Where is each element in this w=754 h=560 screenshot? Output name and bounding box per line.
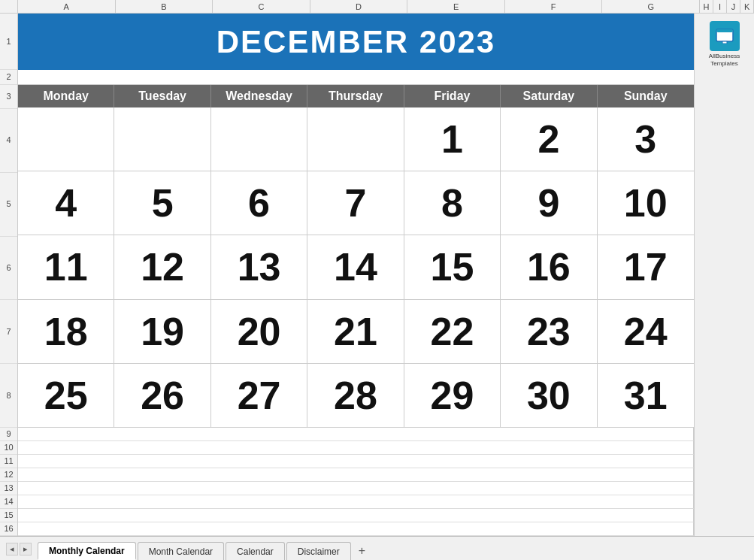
day-headers-row: Monday Tuesday Wednesday Thursday Friday… [18,85,694,107]
row-11: 11 [0,455,17,468]
cell-dec-20: 20 [211,300,307,364]
cell-dec-7: 7 [307,171,404,235]
cell-dec-23: 23 [501,300,597,364]
col-h: H [700,0,713,13]
cell-dec-8: 8 [404,171,501,235]
cell-dec-3: 3 [598,107,694,171]
row-9: 9 [0,428,17,441]
cell-w1-4 [307,107,404,171]
col-e: E [407,0,505,13]
row-1: 1 [0,14,17,70]
sheet-tabs: Monthly Calendar Month Calendar Calendar… [38,542,371,560]
cell-w1-2 [114,107,210,171]
col-f: F [505,0,603,13]
extra-row-9 [18,441,694,455]
corner-spacer [0,0,18,13]
row-15: 15 [0,509,17,522]
day-tuesday: Tuesday [114,85,210,107]
col-j: J [727,0,740,13]
svg-rect-3 [719,44,730,45]
cell-dec-22: 22 [404,300,501,364]
calendar-grid: 1 2 3 4 5 6 7 8 9 10 11 12 13 14 15 16 1… [18,107,694,428]
svg-rect-2 [722,41,727,44]
tab-bar: ◂ ▸ Monthly Calendar Month Calendar Cale… [0,536,754,560]
day-friday: Friday [404,85,501,107]
day-wednesday: Wednesday [211,85,307,107]
logo-text: AllBusiness Templates [709,53,740,68]
day-thursday: Thursday [307,85,404,107]
cell-dec-17: 17 [598,235,694,299]
cell-dec-18: 18 [18,300,114,364]
cell-dec-13: 13 [211,235,307,299]
extra-row-13 [18,495,694,509]
cell-w1-3 [211,107,307,171]
cell-dec-31: 31 [598,364,694,428]
extra-row-14 [18,509,694,522]
cell-dec-15: 15 [404,235,501,299]
row-5: 5 [0,173,17,237]
cell-dec-27: 27 [211,364,307,428]
tab-calendar[interactable]: Calendar [226,542,285,560]
cell-dec-10: 10 [598,171,694,235]
row-3: 3 [0,85,17,109]
row-12: 12 [0,468,17,482]
cell-dec-21: 21 [307,300,404,364]
cell-dec-9: 9 [501,171,597,235]
tab-nav-arrows[interactable]: ◂ ▸ [6,543,32,555]
cell-dec-4: 4 [18,171,114,235]
day-saturday: Saturday [501,85,597,107]
col-d: D [310,0,408,13]
cell-dec-6: 6 [211,171,307,235]
col-b: B [116,0,213,13]
tab-disclaimer[interactable]: Disclaimer [286,542,351,560]
row-7: 7 [0,300,17,364]
cell-dec-30: 30 [501,364,597,428]
cell-dec-26: 26 [114,364,210,428]
tab-month-calendar[interactable]: Month Calendar [138,542,224,560]
spreadsheet-content: DECEMBER 2023 Monday Tuesday Wednesday T… [18,14,694,536]
row-4: 4 [0,109,17,173]
svg-rect-1 [716,29,733,32]
column-headers: A B C D E F G H I J K [0,0,754,14]
extra-row-11 [18,468,694,482]
row-2: 2 [0,70,17,85]
next-tab-arrow[interactable]: ▸ [20,543,32,555]
calendar-title: DECEMBER 2023 [217,24,495,60]
row-numbers: 1 2 3 4 5 6 7 8 9 10 11 12 13 14 15 16 [0,14,18,536]
row-8: 8 [0,364,17,428]
row-13: 13 [0,482,17,495]
logo-area: AllBusiness Templates [694,14,754,536]
cell-dec-1: 1 [404,107,501,171]
cell-dec-24: 24 [598,300,694,364]
day-monday: Monday [18,85,114,107]
day-sunday: Sunday [598,85,694,107]
extra-row-12 [18,482,694,495]
col-g: G [602,0,700,13]
empty-row-2 [18,70,694,85]
cell-dec-2: 2 [501,107,597,171]
cell-dec-11: 11 [18,235,114,299]
row-14: 14 [0,495,17,509]
col-a: A [18,0,116,13]
add-sheet-button[interactable]: + [353,542,371,560]
row-6: 6 [0,237,17,301]
col-k: K [740,0,754,13]
cell-dec-25: 25 [18,364,114,428]
cell-w1-1 [18,107,114,171]
tab-monthly-calendar[interactable]: Monthly Calendar [38,542,136,560]
calendar-title-row: DECEMBER 2023 [18,14,694,70]
cell-dec-5: 5 [114,171,210,235]
prev-tab-arrow[interactable]: ◂ [6,543,18,555]
cell-dec-12: 12 [114,235,210,299]
row-16: 16 [0,522,17,536]
cell-dec-19: 19 [114,300,210,364]
cell-dec-28: 28 [307,364,404,428]
extra-row-15 [18,522,694,536]
row-10: 10 [0,441,17,455]
cell-dec-16: 16 [501,235,597,299]
col-c: C [213,0,310,13]
col-i: I [713,0,727,13]
extra-row-8 [18,428,694,441]
logo-icon [710,21,740,51]
cell-dec-14: 14 [307,235,404,299]
